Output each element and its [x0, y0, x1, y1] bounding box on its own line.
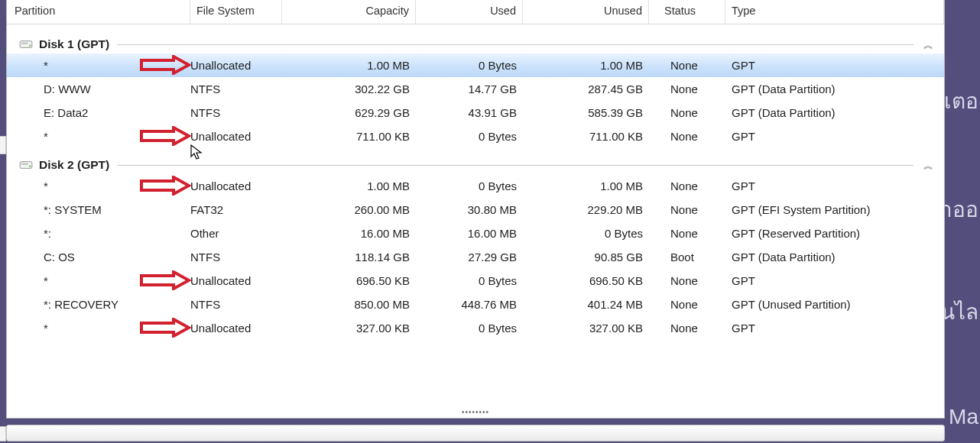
group-divider: [117, 165, 913, 166]
cell-unused: 711.00 KB: [523, 130, 649, 143]
svg-point-5: [29, 166, 31, 167]
cell-filesystem: FAT32: [190, 203, 282, 216]
cell-capacity: 118.14 GB: [282, 251, 416, 264]
cell-capacity: 327.00 KB: [282, 322, 416, 335]
cell-unused: 1.00 MB: [523, 59, 649, 72]
partition-row[interactable]: *:Other16.00 MB16.00 MB0 BytesNoneGPT (R…: [7, 222, 944, 245]
cell-partition-name: *: [7, 322, 190, 335]
disk-group-header[interactable]: Disk 2 (GPT)︽: [7, 156, 944, 174]
cell-capacity: 16.00 MB: [282, 227, 416, 240]
cell-used: 27.29 GB: [416, 251, 523, 264]
partition-row[interactable]: C: OSNTFS118.14 GB27.29 GB90.85 GBBootGP…: [7, 245, 944, 269]
cell-partition-name: *: [7, 179, 190, 192]
cell-filesystem: Unallocated: [190, 274, 282, 287]
cell-partition-name: *: RECOVERY: [7, 298, 190, 311]
cell-used: 43.91 GB: [416, 106, 523, 119]
cell-used: 16.00 MB: [416, 227, 523, 240]
cell-type: GPT: [725, 322, 944, 335]
cell-capacity: 850.00 MB: [282, 298, 416, 311]
header-status[interactable]: Status: [649, 0, 725, 24]
cell-status: None: [649, 130, 725, 143]
cell-capacity: 260.00 MB: [282, 203, 416, 216]
collapse-icon[interactable]: ︽: [923, 159, 933, 173]
partition-row[interactable]: E: Data2NTFS629.29 GB43.91 GB585.39 GBNo…: [7, 101, 944, 124]
header-capacity[interactable]: Capacity: [282, 0, 416, 24]
cell-partition-name: *: [7, 274, 190, 287]
background-text: Ma: [949, 405, 978, 429]
bottom-panel[interactable]: [6, 425, 945, 441]
cell-type: GPT (Unused Partition): [725, 298, 944, 311]
left-handle[interactable]: [0, 426, 6, 441]
disk-group-header[interactable]: Disk 1 (GPT)︽: [7, 35, 944, 53]
resize-handle[interactable]: ••••••••: [462, 408, 489, 416]
cell-status: None: [649, 227, 725, 240]
disk-icon: [19, 160, 33, 170]
cell-used: 0 Bytes: [416, 130, 523, 143]
cell-used: 30.80 MB: [416, 203, 523, 216]
cell-type: GPT: [725, 130, 944, 143]
cell-type: GPT (Data Partition): [725, 82, 944, 95]
background-text: าออ: [940, 192, 978, 226]
header-unused[interactable]: Unused: [523, 0, 649, 24]
cell-status: None: [649, 106, 725, 119]
cell-filesystem: Unallocated: [190, 322, 282, 335]
cell-status: None: [649, 322, 725, 335]
partition-row[interactable]: *: RECOVERYNTFS850.00 MB448.76 MB401.24 …: [7, 293, 944, 316]
partition-row[interactable]: *: SYSTEMFAT32260.00 MB30.80 MB229.20 MB…: [7, 198, 944, 222]
cell-partition-name: E: Data2: [7, 106, 190, 119]
cell-type: GPT (Data Partition): [725, 251, 944, 264]
collapse-icon[interactable]: ︽: [923, 38, 933, 52]
cell-unused: 90.85 GB: [523, 251, 649, 264]
partition-list[interactable]: Disk 1 (GPT)︽*Unallocated1.00 MB0 Bytes1…: [7, 24, 944, 418]
cell-status: None: [649, 82, 725, 95]
left-handle[interactable]: [0, 136, 6, 154]
cell-partition-name: *: SYSTEM: [7, 203, 190, 216]
cell-used: 0 Bytes: [416, 59, 523, 72]
cell-used: 0 Bytes: [416, 179, 523, 192]
cell-status: Boot: [649, 251, 725, 264]
cell-filesystem: NTFS: [190, 298, 282, 311]
partition-row[interactable]: *Unallocated696.50 KB0 Bytes696.50 KBNon…: [7, 269, 944, 293]
partition-row[interactable]: *Unallocated327.00 KB0 Bytes327.00 KBNon…: [7, 316, 944, 340]
header-filesystem[interactable]: File System: [190, 0, 282, 24]
cell-type: GPT: [725, 179, 944, 192]
cell-unused: 1.00 MB: [523, 179, 649, 192]
partition-row[interactable]: D: WWWNTFS302.22 GB14.77 GB287.45 GBNone…: [7, 77, 944, 101]
cell-capacity: 629.29 GB: [282, 106, 416, 119]
cell-status: None: [649, 59, 725, 72]
cell-unused: 287.45 GB: [523, 82, 649, 95]
cell-filesystem: NTFS: [190, 82, 282, 95]
cell-status: None: [649, 274, 725, 287]
background-text: เตอ: [944, 84, 978, 118]
cell-unused: 0 Bytes: [523, 227, 649, 240]
cell-filesystem: Unallocated: [190, 179, 282, 192]
header-used[interactable]: Used: [416, 0, 523, 24]
cell-used: 0 Bytes: [416, 274, 523, 287]
partition-panel: Partition File System Capacity Used Unus…: [6, 0, 945, 419]
header-partition[interactable]: Partition: [7, 0, 190, 24]
cell-used: 448.76 MB: [416, 298, 523, 311]
partition-row[interactable]: *Unallocated711.00 KB0 Bytes711.00 KBNon…: [7, 124, 944, 148]
cell-unused: 327.00 KB: [523, 322, 649, 335]
disk-group: Disk 1 (GPT)︽*Unallocated1.00 MB0 Bytes1…: [7, 35, 944, 148]
partition-row[interactable]: *Unallocated1.00 MB0 Bytes1.00 MBNoneGPT: [7, 53, 944, 77]
cell-filesystem: NTFS: [190, 251, 282, 264]
cell-capacity: 1.00 MB: [282, 179, 416, 192]
cell-partition-name: *:: [7, 227, 190, 240]
cell-partition-name: *: [7, 59, 190, 72]
cell-unused: 401.24 MB: [523, 298, 649, 311]
disk-group: Disk 2 (GPT)︽*Unallocated1.00 MB0 Bytes1…: [7, 156, 944, 340]
cell-type: GPT: [725, 59, 944, 72]
svg-point-2: [29, 45, 31, 47]
cell-status: None: [649, 179, 725, 192]
disk-title: Disk 1 (GPT): [39, 37, 109, 51]
cell-unused: 229.20 MB: [523, 203, 649, 216]
cell-type: GPT: [725, 274, 944, 287]
header-type[interactable]: Type: [725, 0, 944, 24]
svg-rect-4: [21, 163, 28, 165]
cell-filesystem: NTFS: [190, 106, 282, 119]
cell-capacity: 302.22 GB: [282, 82, 416, 95]
cell-capacity: 696.50 KB: [282, 274, 416, 287]
partition-row[interactable]: *Unallocated1.00 MB0 Bytes1.00 MBNoneGPT: [7, 174, 944, 198]
group-divider: [117, 44, 913, 45]
